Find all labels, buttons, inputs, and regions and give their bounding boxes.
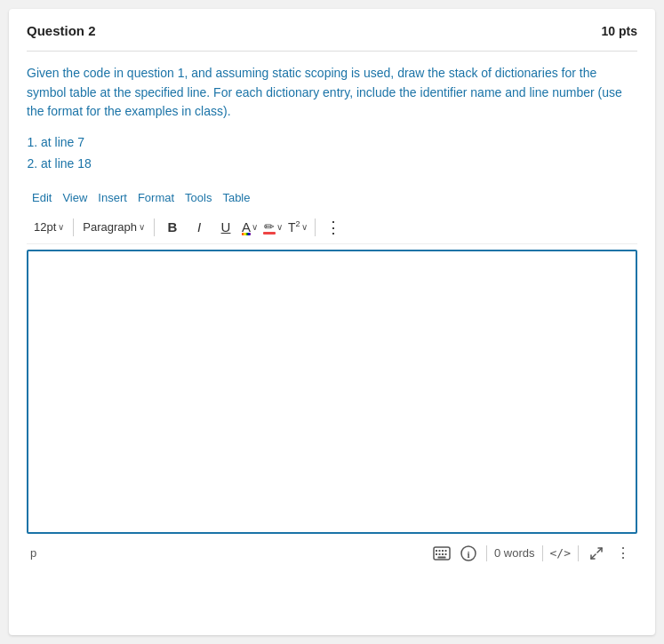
superscript-chevron: ∨	[301, 222, 308, 232]
list-item-2: at line 18	[41, 154, 637, 175]
question-list: at line 7 at line 18	[41, 132, 637, 175]
svg-rect-3	[442, 550, 444, 552]
svg-rect-8	[444, 553, 446, 555]
superscript-t-icon: T2	[288, 219, 300, 235]
menu-edit[interactable]: Edit	[28, 189, 55, 206]
editor-footer: p i	[27, 541, 637, 566]
highlight-icon: ✏	[263, 219, 276, 235]
question-body-text: Given the code in question 1, and assumi…	[27, 64, 637, 122]
editor-menubar: Edit View Insert Format Tools Table	[27, 189, 637, 206]
paragraph-value: Paragraph	[83, 220, 137, 234]
font-color-chevron: ∨	[252, 222, 258, 232]
keyboard-icon[interactable]	[431, 543, 452, 564]
svg-rect-1	[436, 550, 437, 552]
pencil-underline	[263, 232, 276, 235]
footer-right-group: i 0 words </> ⋮	[431, 543, 634, 564]
paragraph-chevron: ∨	[139, 222, 145, 232]
word-count: 0 words	[494, 546, 535, 560]
menu-table[interactable]: Table	[219, 189, 253, 206]
more-footer-button[interactable]: ⋮	[612, 543, 634, 564]
footer-divider-2	[542, 545, 543, 561]
italic-button[interactable]: I	[187, 215, 212, 240]
question-title: Question 2	[27, 23, 96, 38]
bold-button[interactable]: B	[160, 215, 185, 240]
editor-tag-indicator: p	[30, 546, 36, 560]
list-item-1: at line 7	[41, 132, 637, 154]
editor-content-area[interactable]	[27, 250, 637, 534]
svg-text:i: i	[467, 548, 469, 559]
highlight-button[interactable]: ✏ ∨	[261, 215, 284, 240]
menu-insert[interactable]: Insert	[94, 189, 131, 206]
svg-rect-4	[444, 550, 446, 552]
toolbar-divider-1	[73, 219, 74, 236]
editor-toolbar: 12pt ∨ Paragraph ∨ B I U A ∨ ✏ ∨	[27, 211, 637, 244]
expand-button[interactable]	[586, 543, 607, 564]
font-color-button[interactable]: A ∨	[240, 215, 260, 240]
toolbar-divider-2	[154, 219, 155, 236]
font-size-chevron: ∨	[58, 222, 64, 232]
svg-rect-7	[442, 553, 444, 555]
svg-rect-9	[437, 556, 445, 558]
question-card: Question 2 10 pts Given the code in ques…	[9, 9, 655, 635]
info-icon[interactable]: i	[458, 543, 479, 564]
font-color-icon: A	[242, 219, 251, 235]
underline-button[interactable]: U	[213, 215, 238, 240]
question-header: Question 2 10 pts	[27, 23, 637, 38]
highlight-chevron: ∨	[276, 222, 283, 232]
menu-format[interactable]: Format	[134, 189, 178, 206]
paragraph-selector[interactable]: Paragraph ∨	[79, 219, 148, 235]
font-size-selector[interactable]: 12pt ∨	[30, 219, 68, 235]
question-body-span: Given the code in question 1, and assumi…	[27, 66, 622, 118]
more-options-button[interactable]: ⋮	[321, 215, 346, 240]
menu-tools[interactable]: Tools	[181, 189, 215, 206]
toolbar-divider-3	[315, 219, 316, 236]
font-size-group: 12pt ∨	[30, 219, 68, 235]
svg-rect-5	[436, 553, 437, 555]
font-size-value: 12pt	[34, 220, 56, 234]
footer-divider-1	[486, 545, 487, 561]
svg-rect-2	[438, 550, 440, 552]
footer-divider-3	[578, 545, 579, 561]
svg-rect-6	[438, 553, 440, 555]
header-divider	[27, 51, 637, 52]
code-view-button[interactable]: </>	[550, 546, 571, 560]
superscript-button[interactable]: T2 ∨	[286, 215, 309, 240]
question-points: 10 pts	[602, 24, 637, 38]
paragraph-group: Paragraph ∨	[79, 219, 148, 235]
menu-view[interactable]: View	[59, 189, 91, 206]
